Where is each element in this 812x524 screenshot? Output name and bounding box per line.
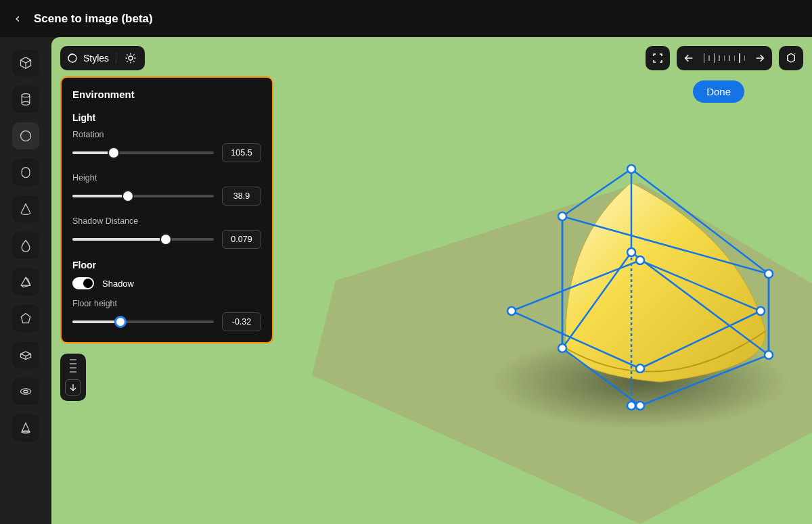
svg-point-17 xyxy=(636,364,644,373)
history-bar xyxy=(677,46,773,70)
app-header: Scene to image (beta) xyxy=(0,0,812,37)
svg-point-8 xyxy=(627,165,635,173)
svg-point-2 xyxy=(21,131,31,141)
tool-capsule[interactable] xyxy=(12,159,39,186)
rotation-label: Rotation xyxy=(72,130,261,139)
environment-light-button[interactable] xyxy=(123,51,138,66)
render-button[interactable] xyxy=(779,46,803,70)
height-slider[interactable] xyxy=(72,195,214,197)
floor-height-slider-group: Floor height -0.32 xyxy=(72,299,261,331)
svg-point-13 xyxy=(636,256,644,264)
canvas-toolbar-right xyxy=(646,46,804,70)
arrow-down-icon xyxy=(68,383,78,392)
tool-prism[interactable] xyxy=(12,268,39,295)
floor-height-value[interactable]: -0.32 xyxy=(222,312,261,331)
shadow-distance-label: Shadow Distance xyxy=(72,216,261,226)
styles-label: Styles xyxy=(83,53,109,64)
back-button[interactable] xyxy=(11,12,24,26)
tool-cylinder[interactable] xyxy=(12,86,39,113)
shadow-toggle-row: Shadow xyxy=(72,277,261,289)
light-section-title: Light xyxy=(72,112,261,123)
rotation-slider-group: Rotation 105.5 xyxy=(72,130,261,162)
svg-point-18 xyxy=(636,402,644,410)
environment-panel-title: Environment xyxy=(72,89,261,100)
layer-list-icon xyxy=(70,359,76,375)
svg-point-21 xyxy=(129,56,133,60)
height-slider-group: Height 38.9 xyxy=(72,173,261,206)
styles-button[interactable]: Styles xyxy=(67,53,116,64)
canvas-toolbar-left: Styles xyxy=(60,46,145,70)
svg-point-14 xyxy=(757,307,765,315)
floor-height-slider[interactable] xyxy=(72,320,214,323)
history-ticks[interactable] xyxy=(701,53,748,63)
arrow-right-icon xyxy=(754,53,765,64)
page-title: Scene to image (beta) xyxy=(34,12,153,26)
tool-sphere[interactable] xyxy=(12,122,39,149)
svg-line-29 xyxy=(133,54,135,55)
svg-line-28 xyxy=(127,61,129,62)
frame-icon xyxy=(652,52,664,64)
svg-rect-3 xyxy=(22,168,30,178)
svg-point-16 xyxy=(765,351,773,359)
tool-cube[interactable] xyxy=(12,49,39,76)
svg-point-9 xyxy=(558,212,566,220)
tool-polyhedron[interactable] xyxy=(12,305,39,332)
main-body: Styles xyxy=(0,37,812,524)
arrow-left-icon xyxy=(683,53,694,64)
svg-point-5 xyxy=(24,390,28,392)
styles-pill: Styles xyxy=(60,46,145,70)
tool-torus[interactable] xyxy=(12,378,39,405)
svg-point-4 xyxy=(21,389,31,394)
shadow-distance-value[interactable]: 0.079 xyxy=(222,230,261,249)
svg-point-15 xyxy=(558,344,566,352)
svg-point-11 xyxy=(627,248,635,256)
floor-height-label: Floor height xyxy=(72,299,261,308)
move-down-button[interactable] xyxy=(65,379,81,396)
frame-button[interactable] xyxy=(646,46,670,70)
sun-icon xyxy=(125,52,137,64)
history-prev-button[interactable] xyxy=(683,53,694,64)
svg-line-26 xyxy=(127,54,129,55)
height-value[interactable]: 38.9 xyxy=(222,187,261,206)
tool-cone[interactable] xyxy=(12,195,39,222)
svg-point-10 xyxy=(765,270,773,278)
svg-point-0 xyxy=(22,94,30,97)
styles-icon xyxy=(67,53,78,64)
rotation-slider[interactable] xyxy=(72,151,214,154)
shadow-toggle-label: Shadow xyxy=(102,279,134,289)
canvas-viewport[interactable]: Styles xyxy=(51,37,812,524)
svg-point-1 xyxy=(22,101,30,105)
tool-sidebar xyxy=(0,37,51,524)
shadow-distance-slider-group: Shadow Distance 0.079 xyxy=(72,216,261,249)
tool-half-cone[interactable] xyxy=(12,414,39,442)
shadow-distance-slider[interactable] xyxy=(72,238,214,241)
mini-layer-panel xyxy=(60,354,86,401)
shadow-toggle[interactable] xyxy=(72,277,94,289)
svg-point-12 xyxy=(508,307,516,315)
tool-brick[interactable] xyxy=(12,341,39,368)
svg-line-27 xyxy=(133,61,135,62)
svg-point-19 xyxy=(627,402,635,410)
sparkle-cube-icon xyxy=(785,52,797,64)
done-button[interactable]: Done xyxy=(693,80,744,103)
height-label: Height xyxy=(72,173,261,183)
floor-section-title: Floor xyxy=(72,260,261,270)
history-next-button[interactable] xyxy=(754,53,765,64)
environment-panel: Environment Light Rotation 105.5 Height xyxy=(60,76,273,343)
rotation-value[interactable]: 105.5 xyxy=(222,143,261,162)
tool-drop[interactable] xyxy=(12,232,39,259)
